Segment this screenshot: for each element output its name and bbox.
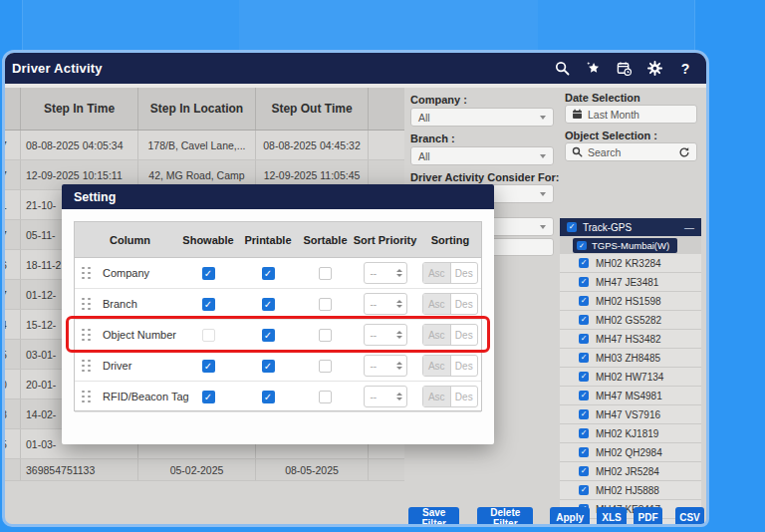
table-row[interactable]: 36985475113305-02-202508-05-2025: [5, 459, 404, 481]
sort-priority-select[interactable]: --: [364, 355, 407, 377]
scheduled-report-calendar-icon[interactable]: [616, 61, 632, 77]
vehicle-list-item[interactable]: ✓MH02 HS1598: [560, 292, 701, 311]
apply-button[interactable]: Apply: [550, 507, 590, 527]
vehicle-checkbox[interactable]: ✓: [579, 391, 589, 400]
showable-checkbox[interactable]: ✓: [202, 298, 215, 311]
vehicle-list-item[interactable]: ✓MH02 KR3284: [560, 254, 701, 273]
sortable-checkbox[interactable]: [319, 329, 332, 342]
modal-table-body: Company✓✓--AscDesBranch✓✓--AscDesObject …: [75, 258, 481, 412]
date-range-input[interactable]: Last Month: [565, 105, 697, 124]
modal-cell-showable: [178, 329, 238, 342]
vehicle-list-item[interactable]: ✓MH02 GS5282: [560, 311, 701, 330]
save-filter-button[interactable]: Save Filter: [408, 507, 459, 527]
vehicle-checkbox[interactable]: ✓: [579, 409, 589, 419]
printable-checkbox[interactable]: ✓: [262, 360, 275, 373]
asc-button[interactable]: Asc: [423, 263, 451, 283]
company-select-value: All: [418, 112, 430, 124]
drag-handle-icon[interactable]: [82, 329, 91, 342]
showable-checkbox[interactable]: [202, 329, 215, 342]
cell-id: 4: [5, 310, 21, 339]
printable-checkbox[interactable]: ✓: [262, 267, 275, 280]
vehicle-list-item[interactable]: ✓MH02 KJ1819: [560, 424, 701, 443]
asc-button[interactable]: Asc: [423, 294, 451, 314]
vehicle-checkbox[interactable]: ✓: [579, 485, 589, 495]
tree-root-checkbox[interactable]: ✓: [567, 222, 577, 232]
drag-handle-icon[interactable]: [82, 360, 91, 373]
modal-cell-sortable: [298, 267, 353, 280]
sort-priority-select[interactable]: --: [364, 293, 407, 315]
delete-filter-button[interactable]: Delete Filter: [477, 507, 533, 527]
modal-title: Setting: [62, 184, 494, 209]
drag-handle-icon[interactable]: [82, 391, 91, 403]
csv-button[interactable]: CSV: [675, 507, 704, 527]
settings-gear-icon[interactable]: [646, 61, 662, 77]
des-button[interactable]: Des: [451, 294, 478, 314]
vehicle-list-item[interactable]: ✓MH02 HW7134: [560, 368, 701, 387]
collapse-icon[interactable]: —: [684, 222, 694, 233]
modal-column-row: Branch✓✓--AscDes: [75, 289, 481, 320]
showable-checkbox[interactable]: ✓: [202, 267, 215, 280]
vehicle-checkbox[interactable]: ✓: [579, 372, 589, 382]
vehicle-checkbox[interactable]: ✓: [579, 447, 589, 457]
vehicle-list-item[interactable]: ✓MH47 JE3481: [560, 273, 701, 292]
drag-handle-icon[interactable]: [82, 298, 91, 311]
drag-handle-icon[interactable]: [82, 267, 91, 280]
sortable-checkbox[interactable]: [319, 267, 332, 280]
refresh-icon[interactable]: [678, 146, 690, 158]
sortable-checkbox[interactable]: [319, 360, 332, 373]
vehicle-list-item[interactable]: ✓MH03 ZH8485: [560, 349, 701, 368]
vehicle-checkbox[interactable]: ✓: [579, 258, 589, 268]
vehicle-list-item[interactable]: ✓MH02 JR5284: [560, 462, 701, 481]
vehicle-checkbox[interactable]: ✓: [579, 277, 589, 287]
tree-group-label: TGPS-Mumbai(W): [592, 240, 669, 251]
sort-priority-select[interactable]: --: [364, 324, 407, 346]
asc-button[interactable]: Asc: [423, 356, 451, 376]
vehicle-checkbox[interactable]: ✓: [579, 353, 589, 363]
sortable-checkbox[interactable]: [319, 391, 332, 403]
column-header-step-out-time[interactable]: Step Out Time: [256, 88, 369, 130]
xls-button[interactable]: XLS: [597, 507, 627, 527]
vehicle-list-item[interactable]: ✓MH02 QH2984: [560, 443, 701, 462]
showable-checkbox[interactable]: ✓: [202, 360, 215, 373]
des-button[interactable]: Des: [451, 387, 478, 406]
sort-priority-select[interactable]: --: [364, 386, 407, 407]
vehicle-checkbox[interactable]: ✓: [579, 296, 589, 306]
vehicle-checkbox[interactable]: ✓: [579, 428, 589, 438]
favorites-star-icon[interactable]: [585, 61, 601, 77]
tree-group-tgps-mumbai[interactable]: ✓ TGPS-Mumbai(W): [573, 238, 677, 253]
des-button[interactable]: Des: [451, 356, 478, 376]
modal-cell-sorting: AscDes: [417, 293, 483, 315]
modal-cell-sorting: AscDes: [417, 262, 483, 284]
sortable-checkbox[interactable]: [319, 298, 332, 311]
asc-button[interactable]: Asc: [423, 387, 451, 406]
vehicle-label: MH02 KR3284: [596, 258, 661, 269]
vehicle-list-item[interactable]: ✓MH47 HS3482: [560, 330, 701, 349]
asc-button[interactable]: Asc: [423, 325, 451, 345]
vehicle-list-item[interactable]: ✓MH02 HJ5888: [560, 481, 701, 500]
object-search-input[interactable]: Search: [565, 142, 697, 161]
column-header-step-out-location[interactable]: Step: [369, 88, 404, 130]
vehicle-list-item[interactable]: ✓MH47 VS7916: [560, 405, 701, 424]
search-icon[interactable]: [554, 61, 570, 77]
vehicle-checkbox[interactable]: ✓: [579, 466, 589, 476]
column-header-step-in-location[interactable]: Step In Location: [138, 88, 256, 130]
pdf-button[interactable]: PDF: [634, 507, 662, 527]
des-button[interactable]: Des: [451, 263, 478, 283]
tree-root-track-gps[interactable]: ✓ Track-GPS —: [560, 218, 701, 236]
printable-checkbox[interactable]: ✓: [262, 329, 275, 342]
branch-select[interactable]: All: [410, 146, 554, 165]
printable-checkbox[interactable]: ✓: [262, 391, 275, 403]
vehicle-checkbox[interactable]: ✓: [579, 334, 589, 344]
des-button[interactable]: Des: [451, 325, 478, 345]
column-header-step-in-time[interactable]: Step In Time: [21, 88, 138, 130]
table-row[interactable]: 708-08-2025 04:05:34178/B, Cavel Lane,..…: [5, 131, 404, 160]
printable-checkbox[interactable]: ✓: [262, 298, 275, 311]
vehicle-list-item[interactable]: ✓MH47 MS4981: [560, 387, 701, 405]
company-select[interactable]: All: [410, 108, 554, 127]
showable-checkbox[interactable]: ✓: [202, 391, 215, 403]
tree-group-checkbox[interactable]: ✓: [577, 241, 587, 250]
help-icon[interactable]: ?: [677, 61, 693, 77]
modal-row-label: Branch: [103, 298, 137, 310]
vehicle-checkbox[interactable]: ✓: [579, 315, 589, 325]
sort-priority-select[interactable]: --: [364, 262, 407, 284]
